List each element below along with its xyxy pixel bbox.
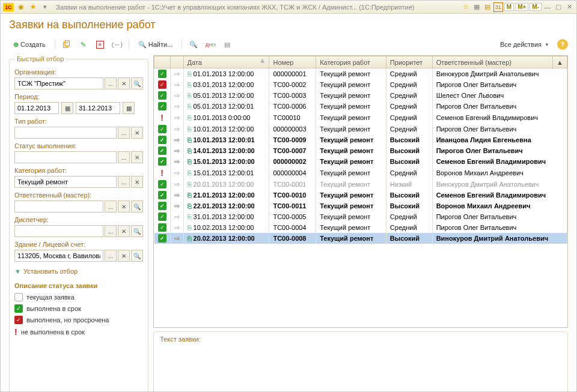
cell-status: ✓	[154, 145, 171, 156]
table-row[interactable]: ✓⇨⎘ 20.01.2013 12:00:00ТС00-0001Текущий …	[154, 179, 567, 190]
minimize-icon[interactable]: —	[543, 2, 552, 12]
nav-back-icon[interactable]: ◉	[16, 2, 26, 12]
star-icon[interactable]: ☆	[461, 2, 471, 12]
cell-responsible: Пирогов Олег Витальевич	[432, 222, 567, 233]
building-search-button[interactable]: 🔍	[131, 250, 143, 262]
dispatcher-search-button[interactable]: 🔍	[131, 225, 143, 237]
table-row[interactable]: ✓⇨⎘ 05.01.2013 12:00:00ТС00-0003Текущий …	[154, 90, 567, 101]
all-actions-button[interactable]: Все действия ▼	[496, 39, 554, 50]
dispatcher-input[interactable]	[14, 225, 103, 237]
category-clear-button[interactable]: ✕	[131, 176, 143, 188]
worktype-clear-button[interactable]: ✕	[131, 127, 143, 139]
grid-icon[interactable]: ▦	[472, 2, 481, 12]
table-row[interactable]: ✓⇨⎘ 01.01.2013 12:00:00000000001Текущий …	[154, 68, 567, 80]
help-button[interactable]: ?	[557, 39, 568, 50]
filter-clear-button[interactable]: 🔍̶	[187, 38, 200, 50]
table-row[interactable]: !⇨⎘ 10.01.2013 0:00:00ТС00010Текущий рем…	[154, 112, 567, 124]
dispatcher-label: Диспетчер:	[14, 216, 143, 223]
dropdown-icon[interactable]: ▾	[40, 2, 50, 12]
table-row[interactable]: ✓⇨⎘ 31.01.2013 12:00:00ТС00-0005Текущий …	[154, 211, 567, 222]
cell-number: ТС00-0010	[269, 190, 316, 201]
close-icon[interactable]: ✕	[564, 2, 574, 12]
category-input[interactable]	[14, 176, 117, 188]
table-row[interactable]: ✓⇨⎘ 14.01.2013 12:00:00ТС00-0007Текущий …	[154, 145, 567, 156]
cell-prio-icon: ⇨	[170, 190, 183, 201]
table-row[interactable]: !⇨⎘ 15.01.2013 12:00:01000000004Текущий …	[154, 167, 567, 179]
status-input[interactable]	[14, 151, 117, 163]
org-search-button[interactable]: 🔍	[131, 77, 143, 89]
status-late-icon: ✓	[158, 80, 166, 89]
building-input[interactable]	[14, 250, 103, 262]
mem-m-button[interactable]: M	[504, 3, 514, 11]
apply-filter-label: Установить отбор	[23, 268, 78, 275]
col-responsible-header[interactable]: Ответственный (мастер)	[432, 56, 552, 68]
maximize-icon[interactable]: ▢	[554, 2, 563, 12]
col-priority-text-header[interactable]: Приоритет	[386, 56, 432, 68]
status-clear-button[interactable]: ✕	[131, 151, 143, 163]
delete-button[interactable]: ✕	[94, 38, 107, 50]
cell-prio-icon: ⇨	[170, 134, 183, 145]
table-row[interactable]: ✓⇨⎘ 22.01.2013 12:00:00ТС00-0011Текущий …	[154, 201, 567, 211]
move-button[interactable]: (↔)	[111, 38, 124, 50]
date-to-cal-button[interactable]: ▦	[123, 102, 135, 114]
responsible-select-button[interactable]: ...	[105, 201, 117, 213]
dispatcher-select-button[interactable]: ...	[105, 225, 117, 237]
worktype-select-button[interactable]: ...	[118, 127, 130, 139]
calendar-icon[interactable]: 31	[493, 2, 503, 12]
report-button[interactable]: ▤	[221, 38, 234, 50]
table-row[interactable]: ✓⇨⎘ 21.01.2013 12:00:00ТС00-0010Текущий …	[154, 190, 567, 201]
mem-mplus-button[interactable]: M+	[515, 3, 528, 11]
cell-number: ТС00-0003	[269, 90, 316, 101]
col-priority-header[interactable]	[170, 56, 183, 68]
apply-filter-button[interactable]: ▼ Установить отбор	[14, 268, 143, 275]
col-category-header[interactable]: Категория работ	[316, 56, 386, 68]
dtct-button[interactable]: ДтКт	[204, 38, 217, 50]
status-done-icon: ✓	[158, 213, 166, 221]
cell-status: ✓	[154, 233, 171, 244]
cell-responsible: Винокуров Дмитрий Анатольевич	[432, 233, 567, 244]
responsible-input[interactable]	[14, 201, 103, 213]
building-select-button[interactable]: ...	[105, 250, 117, 262]
org-label: Организация:	[14, 68, 143, 76]
cell-date: ⎘ 20.01.2013 12:00:00	[183, 179, 269, 190]
date-from-cal-button[interactable]: ▦	[61, 102, 73, 114]
cell-priority: Средний	[386, 101, 432, 112]
cell-number: ТС00-0005	[269, 211, 316, 222]
table-row[interactable]: ✓⇨⎘ 05.01.2013 12:00:01ТС00-0006Текущий …	[154, 101, 567, 112]
responsible-search-button[interactable]: 🔍	[131, 201, 143, 213]
date-from-input[interactable]	[14, 102, 59, 114]
worktype-input[interactable]	[14, 127, 117, 139]
status-select-button[interactable]: ...	[118, 151, 130, 163]
table-row[interactable]: ✓⇨⎘ 10.02.2013 12:00:00ТС00-0004Текущий …	[154, 222, 567, 233]
org-input[interactable]	[14, 77, 103, 89]
copy-button[interactable]: +	[60, 38, 73, 50]
col-number-header[interactable]: Номер	[269, 56, 316, 68]
cell-prio-icon: ⇨	[170, 112, 183, 124]
col-scroll-header: ▲	[553, 56, 567, 68]
requests-grid[interactable]: Дата≙ Номер Категория работ Приоритет От…	[153, 55, 568, 328]
edit-button[interactable]: ✎	[77, 38, 90, 50]
page-title: Заявки на выполнение работ	[1, 14, 576, 36]
table-row[interactable]: ✓⇨⎘ 10.01.2013 12:00:01ТС00-0009Текущий …	[154, 134, 567, 145]
document-icon: ⎘	[188, 92, 192, 99]
table-row[interactable]: ✓⇨⎘ 20.02.2013 12:00:00ТС00-0008Текущий …	[154, 233, 567, 244]
category-select-button[interactable]: ...	[118, 176, 130, 188]
mem-mminus-button[interactable]: M-	[530, 3, 542, 11]
favorite-icon[interactable]: ★	[28, 2, 38, 12]
col-date-header[interactable]: Дата≙	[183, 56, 269, 68]
org-clear-button[interactable]: ✕	[118, 77, 130, 89]
table-row[interactable]: ✓⇨⎘ 15.01.2013 12:00:00000000002Текущий …	[154, 156, 567, 167]
dispatcher-clear-button[interactable]: ✕	[118, 225, 130, 237]
cell-date: ⎘ 01.01.2013 12:00:00	[183, 68, 269, 80]
date-to-input[interactable]	[76, 102, 120, 114]
building-clear-button[interactable]: ✕	[118, 250, 130, 262]
responsible-clear-button[interactable]: ✕	[118, 201, 130, 213]
create-button[interactable]: ⊕ Создать	[9, 39, 50, 50]
col-status-header[interactable]	[154, 56, 171, 68]
table-row[interactable]: ✓⇨⎘ 10.01.2013 12:00:00000000003Текущий …	[154, 124, 567, 134]
table-row[interactable]: ✓⇨⎘ 03.01.2013 12:00:00ТС00-0002Текущий …	[154, 79, 567, 90]
find-button[interactable]: 🔍 Найти...	[134, 39, 177, 50]
org-select-button[interactable]: ...	[105, 77, 117, 89]
calc-icon[interactable]: ▤	[483, 2, 492, 12]
detail-label: Текст заявки:	[160, 336, 561, 343]
